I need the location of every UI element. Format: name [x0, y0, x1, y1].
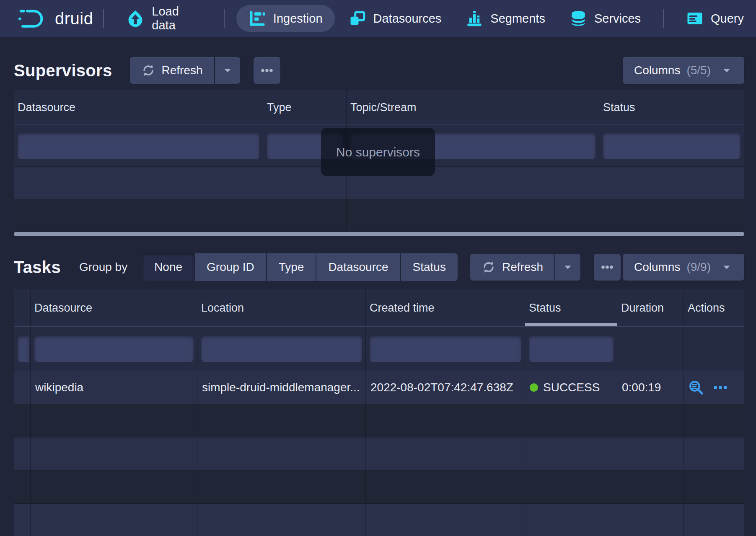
more-icon: [260, 63, 274, 78]
nav-item-label: Segments: [490, 12, 545, 26]
group-by-group-id-button[interactable]: Group ID: [195, 253, 266, 281]
tasks-header-location[interactable]: Location: [197, 289, 366, 326]
nav-item-label: Query: [711, 12, 744, 26]
task-row-wikipedia[interactable]: wikipedia simple-druid-middlemanager... …: [14, 371, 744, 404]
supervisors-refresh-button[interactable]: Refresh: [130, 57, 214, 84]
chevron-down-icon: [562, 261, 574, 273]
nav-item-query[interactable]: Query: [674, 0, 756, 37]
tasks-empty-row: [14, 404, 744, 437]
refresh-label: Refresh: [502, 260, 543, 274]
status-success-dot: [530, 383, 538, 392]
task-detail-magnifier-icon[interactable]: [688, 380, 704, 395]
nav-divider: [103, 9, 104, 28]
nav-item-services[interactable]: Services: [557, 0, 653, 37]
tasks-filter-location-input[interactable]: [201, 336, 362, 362]
no-supervisors-message: No supervisors: [321, 128, 435, 176]
supervisors-filter-datasource-input[interactable]: [18, 133, 259, 159]
columns-label: Columns: [634, 64, 680, 77]
tasks-columns-button[interactable]: Columns (9/9): [623, 254, 744, 281]
task-actions-cell: [684, 371, 744, 404]
tasks-filter-status-input[interactable]: [529, 336, 614, 362]
nav-item-label: Ingestion: [273, 12, 323, 26]
druid-logo[interactable]: druid: [18, 8, 93, 29]
chevron-down-icon: [221, 64, 234, 77]
load-data-icon: [126, 9, 145, 28]
nav-item-datasources[interactable]: Datasources: [337, 0, 454, 37]
task-duration-cell: 0:00:19: [617, 371, 684, 404]
tasks-filter-row: [14, 327, 744, 371]
brand-text: druid: [55, 9, 93, 28]
supervisors-filter-status-input[interactable]: [603, 133, 740, 159]
tasks-table-header-row: Datasource Location Created time Status …: [14, 289, 744, 327]
tasks-filter-created-time-input[interactable]: [370, 336, 521, 362]
nav-divider: [663, 9, 664, 28]
nav-item-label: Load data: [152, 5, 202, 32]
supervisors-empty-row: [14, 199, 744, 232]
task-more-actions-icon[interactable]: [712, 380, 728, 395]
supervisors-table-header-row: Datasource Type Topic/Stream Status: [14, 90, 744, 125]
supervisors-horizontal-scrollbar[interactable]: [14, 232, 744, 237]
nav-item-segments[interactable]: Segments: [453, 0, 557, 37]
group-by-button-group: None Group ID Type Datasource Status: [142, 253, 458, 281]
tasks-refresh-group: Refresh: [470, 254, 580, 281]
supervisors-header-datasource[interactable]: Datasource: [14, 90, 263, 125]
services-icon: [570, 10, 587, 27]
tasks-header-created-time[interactable]: Created time: [366, 289, 525, 326]
tasks-more-button[interactable]: [594, 254, 621, 281]
nav-item-label: Datasources: [373, 12, 442, 26]
group-by-none-button[interactable]: None: [142, 253, 194, 281]
refresh-label: Refresh: [162, 64, 203, 77]
tasks-filter-clipped-input[interactable]: [18, 336, 29, 362]
task-datasource-cell: wikipedia: [31, 371, 197, 404]
top-nav-bar: druid Load data Ingestion Datasources: [0, 0, 756, 37]
tasks-refresh-button[interactable]: Refresh: [470, 254, 554, 281]
tasks-refresh-caret-button[interactable]: [555, 254, 580, 281]
tasks-header-datasource[interactable]: Datasource: [31, 289, 197, 326]
nav-item-load-data[interactable]: Load data: [114, 0, 214, 37]
columns-label: Columns: [634, 260, 680, 274]
tasks-header-status[interactable]: Status: [525, 289, 617, 326]
group-by-datasource-button[interactable]: Datasource: [316, 253, 400, 281]
chevron-down-icon: [720, 64, 733, 77]
tasks-title: Tasks: [14, 258, 61, 277]
tasks-filter-datasource-input[interactable]: [34, 336, 194, 362]
supervisors-toolbar: Supervisors Refresh Columns (5/5): [14, 57, 744, 84]
chevron-down-icon: [720, 261, 733, 273]
tasks-header-clipped-column[interactable]: [14, 289, 31, 326]
tasks-header-duration[interactable]: Duration: [617, 289, 684, 326]
tasks-table: Datasource Location Created time Status …: [14, 289, 744, 536]
datasources-icon: [349, 10, 366, 27]
nav-item-label: Services: [594, 12, 641, 26]
task-location-cell: simple-druid-middlemanager...: [197, 371, 366, 404]
supervisors-columns-button[interactable]: Columns (5/5): [623, 57, 744, 84]
group-by-type-button[interactable]: Type: [267, 253, 316, 281]
druid-logo-icon: [18, 8, 47, 29]
nav-item-ingestion[interactable]: Ingestion: [236, 5, 335, 32]
columns-count: (9/9): [686, 260, 711, 274]
supervisors-header-status[interactable]: Status: [599, 90, 744, 125]
tasks-toolbar: Tasks Group by None Group ID Type Dataso…: [14, 253, 744, 281]
status-text: SUCCESS: [543, 381, 600, 394]
supervisors-refresh-caret-button[interactable]: [215, 57, 240, 84]
columns-count: (5/5): [686, 64, 711, 77]
tasks-empty-row: [14, 504, 744, 536]
scrollbar-thumb[interactable]: [14, 232, 744, 236]
supervisors-refresh-group: Refresh: [130, 57, 240, 84]
supervisors-more-button[interactable]: [254, 57, 280, 84]
ingestion-icon: [249, 10, 266, 27]
supervisors-header-type[interactable]: Type: [263, 90, 347, 125]
tasks-header-actions[interactable]: Actions: [684, 289, 744, 326]
tasks-empty-row: [14, 437, 744, 471]
task-status-cell: SUCCESS: [525, 371, 617, 404]
query-icon: [686, 10, 704, 27]
nav-divider: [224, 9, 225, 28]
more-icon: [600, 260, 614, 274]
task-created-time-cell: 2022-08-02T07:42:47.638Z: [366, 371, 525, 404]
segments-icon: [466, 10, 483, 27]
group-by-label: Group by: [79, 260, 127, 274]
refresh-icon: [482, 260, 496, 274]
refresh-icon: [141, 63, 155, 78]
group-by-status-button[interactable]: Status: [401, 253, 458, 281]
supervisors-header-topic-stream[interactable]: Topic/Stream: [347, 90, 599, 125]
tasks-empty-row: [14, 471, 744, 504]
